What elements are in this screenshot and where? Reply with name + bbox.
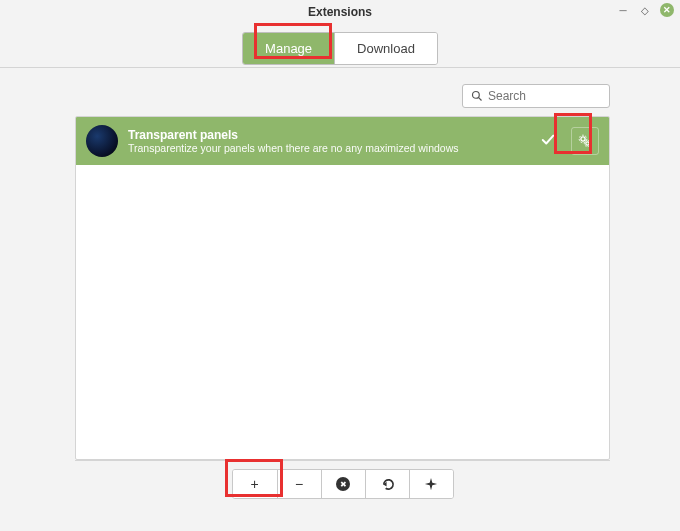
extension-settings-button[interactable] (571, 127, 599, 155)
check-icon (541, 133, 555, 147)
extension-icon (86, 125, 118, 157)
gear-icon (577, 133, 593, 149)
extension-text: Transparent panels Transparentize your p… (128, 128, 525, 155)
extension-title: Transparent panels (128, 128, 525, 142)
close-button[interactable]: ✕ (660, 3, 674, 17)
add-button[interactable]: + (233, 470, 277, 498)
tab-download[interactable]: Download (334, 33, 437, 64)
tab-group: Manage Download (242, 32, 438, 65)
minus-icon: − (295, 476, 303, 492)
search-row (0, 68, 680, 114)
delete-circle-icon: ✖ (336, 477, 350, 491)
svg-point-0 (473, 92, 480, 99)
toolbar-group: + − ✖ (232, 469, 454, 499)
window-controls: ─ ◇ ✕ (616, 3, 674, 17)
maximize-button[interactable]: ◇ (638, 3, 652, 17)
search-input[interactable] (488, 89, 601, 103)
window-title: Extensions (308, 5, 372, 19)
delete-button[interactable]: ✖ (321, 470, 365, 498)
extension-row[interactable]: Transparent panels Transparentize your p… (76, 117, 609, 165)
remove-button[interactable]: − (277, 470, 321, 498)
tab-manage[interactable]: Manage (243, 33, 334, 64)
sparkle-icon (424, 477, 438, 491)
svg-line-1 (479, 98, 482, 101)
plus-icon: + (250, 476, 258, 492)
tabs-row: Manage Download (0, 24, 680, 68)
svg-point-4 (586, 142, 589, 145)
bottom-toolbar: + − ✖ (75, 460, 610, 507)
extensions-list: Transparent panels Transparentize your p… (75, 116, 610, 460)
more-button[interactable] (409, 470, 453, 498)
search-box[interactable] (462, 84, 610, 108)
enabled-check-icon[interactable] (535, 133, 561, 150)
minimize-button[interactable]: ─ (616, 3, 630, 17)
extension-description: Transparentize your panels when there ar… (128, 142, 525, 155)
undo-icon (380, 477, 395, 492)
undo-button[interactable] (365, 470, 409, 498)
titlebar: Extensions ─ ◇ ✕ (0, 0, 680, 24)
svg-point-2 (581, 137, 585, 141)
search-icon (471, 90, 483, 102)
